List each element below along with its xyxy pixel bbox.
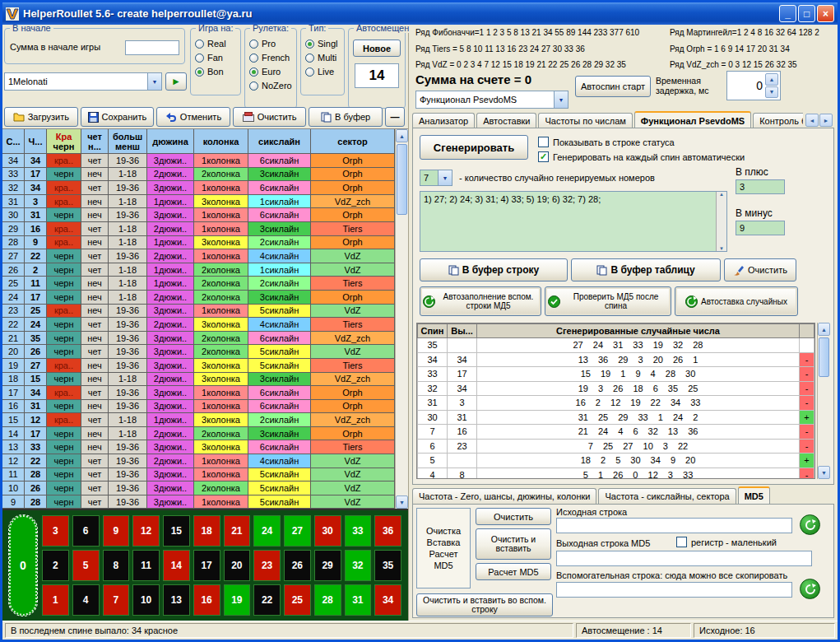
board-cell-zero[interactable]: 0 [9, 515, 37, 616]
board-cell-23[interactable]: 23 [253, 550, 281, 581]
board-cell-30[interactable]: 30 [314, 515, 341, 547]
board-cell-19[interactable]: 19 [224, 584, 251, 616]
results-header-1[interactable]: Ч... [25, 129, 47, 154]
table-row[interactable]: 1927кра..неч19-363дюжи..3колонка5сиклайн… [2, 359, 395, 373]
count-select[interactable]: 7 ▼ [420, 170, 452, 186]
results-header-3[interactable]: четн... [81, 129, 109, 154]
table-row[interactable]: 262чернчет1-181дюжи..2колонка1сиклайнVdZ [2, 263, 395, 277]
board-cell-12[interactable]: 12 [132, 515, 160, 547]
scroll-up-icon[interactable]: ▲ [396, 129, 408, 142]
tab-частота-сикслайны-сектора[interactable]: Частота - сикслайны, сектора [598, 488, 736, 504]
autobet-random-button[interactable]: Автоставка случайных [675, 286, 798, 316]
checkbox-icon[interactable] [538, 137, 549, 147]
delay-value[interactable]: 0 [729, 73, 765, 98]
results-header-4[interactable]: большменш [109, 129, 147, 154]
save-button[interactable]: Сохранить [81, 107, 155, 127]
board-cell-24[interactable]: 24 [253, 515, 281, 547]
board-cell-14[interactable]: 14 [163, 550, 190, 581]
table-row[interactable]: 1815черннеч1-182дюжи..3колонка3сиклайнVd… [2, 373, 395, 387]
dropdown-arrow-icon[interactable]: ▼ [438, 170, 452, 185]
spin-up-icon[interactable]: ▲ [765, 73, 778, 86]
gen-table-row[interactable]: 303131 25 29 33 1 24 2+ [418, 410, 814, 425]
md5-paste-aux-button[interactable]: Очистить и вставить во вспом. строку [416, 593, 553, 616]
gen-table-row[interactable]: 518 2 5 30 34 9 20+ [418, 454, 814, 468]
new-button[interactable]: Новое [353, 40, 401, 57]
gen-table-row[interactable]: 31316 2 12 19 22 34 33- [418, 396, 814, 411]
tab-функционал-psevdoms[interactable]: Функционал PsevdoMS [634, 111, 751, 128]
scroll-track[interactable] [818, 336, 830, 466]
autofill-md5-button[interactable]: Автозаполнение вспом. строки МД5 [420, 286, 541, 316]
scroll-thumb[interactable] [397, 144, 407, 215]
gen-table-row[interactable]: 323419 3 26 18 6 35 25- [418, 381, 814, 396]
results-header-7[interactable]: сикслайн [248, 129, 311, 154]
table-row[interactable]: 2026чернчет19-363дюжи..2колонка5сиклайнV… [2, 345, 395, 359]
to-buffer-button[interactable]: В буфер [309, 107, 383, 127]
scroll-down-icon[interactable]: ▼ [818, 466, 830, 479]
tab-анализатор[interactable]: Анализатор [412, 113, 475, 128]
board-cell-34[interactable]: 34 [374, 584, 401, 616]
gen-table-row[interactable]: 485 1 26 0 12 3 33- [418, 468, 814, 479]
maximize-button[interactable]: □ [798, 5, 815, 22]
minimize-button[interactable]: _ [779, 5, 796, 22]
radio-real[interactable]: Real [195, 39, 238, 49]
board-cell-25[interactable]: 25 [284, 584, 311, 616]
board-cell-16[interactable]: 16 [193, 584, 220, 616]
md5-calc-button[interactable]: Расчет MD5 [476, 563, 551, 580]
scroll-track[interactable] [396, 142, 408, 495]
radio-multi[interactable]: Multi [305, 53, 341, 63]
scroll-down-icon[interactable]: ▼ [396, 495, 408, 509]
md5-source-input[interactable] [556, 518, 792, 533]
run-profile-button[interactable]: ► [165, 72, 187, 91]
board-cell-1[interactable]: 1 [42, 584, 69, 616]
gen-table-row[interactable]: 3527 24 31 33 19 32 28 [418, 338, 814, 353]
scroll-up-icon[interactable]: ▲ [818, 323, 830, 336]
board-cell-28[interactable]: 28 [314, 584, 341, 616]
md5-refresh-source-button[interactable] [800, 514, 820, 535]
md5-aux-input[interactable] [556, 582, 792, 598]
board-cell-21[interactable]: 21 [224, 515, 251, 547]
table-row[interactable]: 3031черннеч19-363дюжи..1колонка6сиклайнO… [2, 208, 395, 222]
table-row[interactable]: 289кра..неч1-181дюжи..3колонка2сиклайнOr… [2, 236, 395, 250]
board-cell-31[interactable]: 31 [345, 584, 372, 616]
check-md5-button[interactable]: Проверить МД5 после спина [545, 286, 671, 316]
tab-scroll-right-icon[interactable]: ► [819, 114, 833, 127]
board-cell-5[interactable]: 5 [72, 550, 100, 581]
results-header-0[interactable]: С... [2, 129, 25, 154]
textarea-scrollbar[interactable]: ▲▼ [716, 192, 726, 251]
table-row[interactable]: 1128чернчет19-363дюжи..1колонка5сиклайнV… [2, 468, 395, 482]
board-cell-27[interactable]: 27 [284, 515, 311, 547]
table-row[interactable]: 2417черннеч1-182дюжи..2колонка3сиклайнOr… [2, 291, 395, 305]
board-cell-6[interactable]: 6 [72, 515, 100, 547]
results-header-8[interactable]: сектор [311, 129, 395, 154]
radio-pro[interactable]: Pro [249, 39, 294, 49]
board-cell-20[interactable]: 20 [224, 550, 251, 581]
profile-select[interactable]: 1Melonati ▼ [4, 72, 162, 91]
table-row[interactable]: 313кра..неч1-181дюжи..3колонка1сиклайнVd… [2, 195, 395, 209]
generated-numbers-textarea[interactable]: 1) 27; 2) 24; 3) 31; 4) 33; 5) 19; 6) 32… [420, 191, 727, 252]
table-row[interactable]: 3317черннеч1-182дюжи..2колонка3сиклайнOr… [2, 168, 395, 182]
radio-singl[interactable]: Singl [305, 39, 341, 49]
table-row[interactable]: 928чернчет19-363дюжи..1колонка5сиклайнVd… [2, 495, 395, 509]
md5-refresh-aux-button[interactable] [800, 579, 820, 599]
table-row[interactable]: 2511черннеч1-181дюжи..2колонка2сиклайнTi… [2, 277, 395, 291]
table-row[interactable]: 2916кра..чет1-182дюжи..1колонка3сиклайнT… [2, 222, 395, 236]
board-cell-35[interactable]: 35 [374, 550, 401, 581]
table-row[interactable]: 2722чернчет19-362дюжи..1колонка4сиклайнV… [2, 249, 395, 263]
function-select[interactable]: Функционал PsevdoMS ▼ [415, 91, 569, 109]
board-cell-17[interactable]: 17 [193, 550, 220, 581]
clear-generated-button[interactable]: Очистить [724, 258, 796, 281]
board-cell-9[interactable]: 9 [103, 515, 130, 547]
board-cell-8[interactable]: 8 [103, 550, 130, 581]
minus-button[interactable]: — [385, 107, 405, 127]
table-row[interactable]: 1631черннеч19-363дюжи..1колонка6сиклайнO… [2, 400, 395, 414]
board-cell-10[interactable]: 10 [132, 584, 160, 616]
table-row[interactable]: 3434кра..чет19-363дюжи..1колонка6сиклайн… [2, 154, 395, 168]
board-cell-26[interactable]: 26 [284, 550, 311, 581]
auto-generate-checkbox[interactable]: ✓ Генерировать на каждый спин автоматиче… [538, 151, 745, 162]
dropdown-arrow-icon[interactable]: ▼ [554, 91, 568, 108]
table-row[interactable]: 1512кра..чет1-181дюжи..3колонка2сиклайнV… [2, 413, 395, 427]
titlebar[interactable]: HelperRoullet 5.6- create helperroullet@… [2, 2, 838, 25]
board-cell-11[interactable]: 11 [132, 550, 160, 581]
radio-euro[interactable]: Euro [249, 67, 294, 77]
radio-french[interactable]: French [249, 53, 294, 63]
